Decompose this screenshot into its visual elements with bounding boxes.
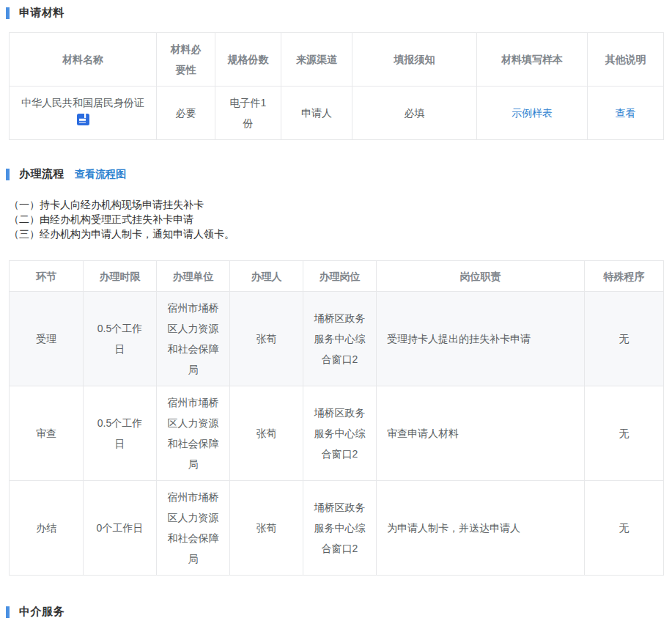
process-table: 环节 办理时限 办理单位 办理人 办理岗位 岗位职责 特殊程序 受理 0.5个工…	[9, 260, 664, 576]
cell-other: 查看	[588, 87, 664, 140]
cell-special: 无	[585, 292, 664, 386]
section-header-process: 办理流程 查看流程图	[6, 167, 663, 181]
col-header-notice: 填报须知	[352, 33, 477, 87]
cell-sample: 示例样表	[477, 87, 588, 140]
col-header-time-limit: 办理时限	[84, 261, 157, 292]
view-other-link[interactable]: 查看	[616, 107, 636, 119]
accent-bar-icon	[6, 606, 10, 618]
sample-form-link[interactable]: 示例样表	[512, 107, 553, 119]
col-header-spec: 规格份数	[215, 33, 281, 87]
materials-row: 中华人民共和国居民身份证 必要 电子件1份 申请人 必填 示例样	[10, 87, 664, 140]
cell-unit: 宿州市埇桥区人力资源和社会保障局	[157, 481, 230, 576]
cell-post: 埇桥区政务服务中心综合窗口2	[303, 386, 377, 481]
cell-unit: 宿州市埇桥区人力资源和社会保障局	[157, 292, 230, 386]
process-steps: （一）持卡人向经办机构现场申请挂失补卡 （二）由经办机构受理正式挂失补卡申请 （…	[9, 197, 663, 241]
accent-bar-icon	[6, 169, 10, 180]
process-row-review: 审查 0.5个工作日 宿州市埇桥区人力资源和社会保障局 张荀 埇桥区政务服务中心…	[10, 386, 664, 481]
page: 申请材料 材料名称 材料必要性 规格份数 来源渠道 填报须知 材料填写样本 其他…	[0, 0, 672, 632]
materials-header-row: 材料名称 材料必要性 规格份数 来源渠道 填报须知 材料填写样本 其他说明	[10, 33, 664, 87]
cell-step: 受理	[10, 292, 84, 386]
process-row-complete: 办结 0个工作日 宿州市埇桥区人力资源和社会保障局 张荀 埇桥区政务服务中心综合…	[10, 481, 664, 576]
section-title-intermediary: 中介服务	[19, 605, 64, 619]
col-header-post: 办理岗位	[303, 261, 377, 292]
cell-step: 办结	[10, 481, 84, 576]
cell-duty: 受理持卡人提出的挂失补卡申请	[377, 292, 585, 386]
section-title-process: 办理流程	[19, 167, 64, 181]
material-name-text: 中华人民共和国居民身份证	[20, 94, 146, 111]
cell-duty: 为申请人制卡，并送达申请人	[377, 481, 585, 576]
cell-post: 埇桥区政务服务中心综合窗口2	[303, 481, 377, 576]
process-step-3: （三）经办机构为申请人制卡，通知申请人领卡。	[9, 227, 663, 241]
process-row-accept: 受理 0.5个工作日 宿州市埇桥区人力资源和社会保障局 张荀 埇桥区政务服务中心…	[10, 292, 664, 386]
cell-handler: 张荀	[230, 481, 303, 576]
cell-special: 无	[585, 386, 664, 481]
section-title-materials: 申请材料	[19, 6, 64, 20]
cell-spec: 电子件1份	[215, 87, 281, 140]
col-header-material-name: 材料名称	[10, 33, 157, 87]
col-header-source: 来源渠道	[281, 33, 352, 87]
col-header-handler: 办理人	[230, 261, 303, 292]
cell-special: 无	[585, 481, 664, 576]
cell-handler: 张荀	[230, 386, 303, 481]
cell-material-name: 中华人民共和国居民身份证	[10, 87, 157, 140]
col-header-necessity: 材料必要性	[157, 33, 215, 87]
cell-step: 审查	[10, 386, 84, 481]
process-header-row: 环节 办理时限 办理单位 办理人 办理岗位 岗位职责 特殊程序	[10, 261, 664, 292]
col-header-unit: 办理单位	[157, 261, 230, 292]
cell-notice: 必填	[352, 87, 477, 140]
cell-time-limit: 0.5个工作日	[84, 292, 157, 386]
cell-source: 申请人	[281, 87, 352, 140]
cell-time-limit: 0个工作日	[84, 481, 157, 576]
col-header-step: 环节	[10, 261, 84, 292]
cell-handler: 张荀	[230, 292, 303, 386]
document-icon[interactable]	[77, 114, 89, 125]
view-flowchart-link[interactable]: 查看流程图	[75, 168, 126, 181]
cell-duty: 审查申请人材料	[377, 386, 585, 481]
process-step-2: （二）由经办机构受理正式挂失补卡申请	[9, 212, 663, 227]
accent-bar-icon	[6, 7, 10, 19]
cell-unit: 宿州市埇桥区人力资源和社会保障局	[157, 386, 230, 481]
cell-time-limit: 0.5个工作日	[84, 386, 157, 481]
col-header-special: 特殊程序	[585, 261, 664, 292]
process-step-1: （一）持卡人向经办机构现场申请挂失补卡	[9, 197, 663, 212]
cell-necessity: 必要	[157, 87, 215, 140]
section-header-intermediary: 中介服务	[6, 605, 663, 619]
materials-table: 材料名称 材料必要性 规格份数 来源渠道 填报须知 材料填写样本 其他说明 中华…	[9, 32, 664, 140]
cell-post: 埇桥区政务服务中心综合窗口2	[303, 292, 377, 386]
col-header-sample: 材料填写样本	[477, 33, 588, 87]
col-header-duty: 岗位职责	[377, 261, 585, 292]
section-header-materials: 申请材料	[6, 6, 663, 20]
col-header-other: 其他说明	[588, 33, 664, 87]
